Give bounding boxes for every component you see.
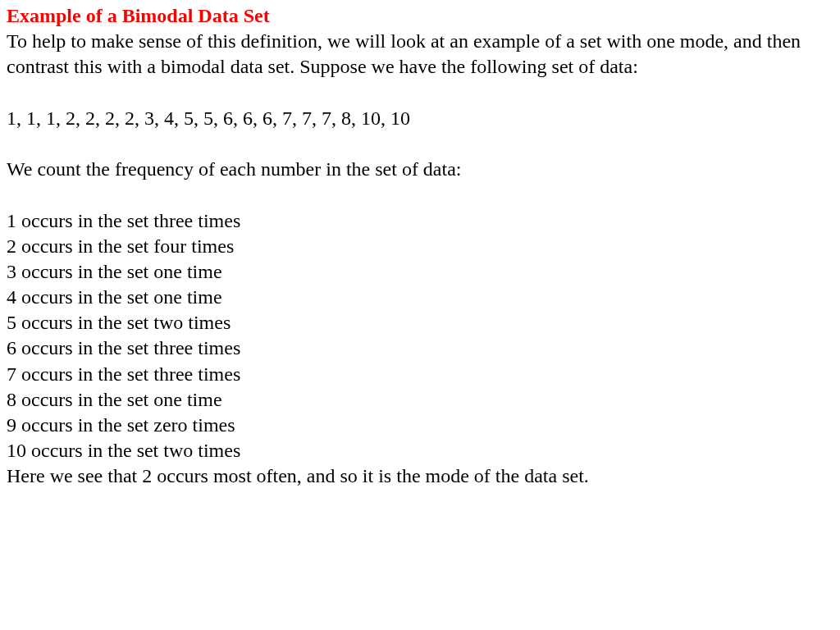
spacer	[7, 182, 833, 208]
frequency-item: 1 occurs in the set three times	[7, 208, 833, 234]
frequency-item: 8 occurs in the set one time	[7, 387, 833, 413]
frequency-item: 10 occurs in the set two times	[7, 438, 833, 463]
frequency-item: 3 occurs in the set one time	[7, 259, 833, 285]
spacer	[7, 131, 833, 157]
frequency-item: 5 occurs in the set two times	[7, 310, 833, 336]
frequency-item: 2 occurs in the set four times	[7, 234, 833, 259]
count-intro: We count the frequency of each number in…	[7, 157, 833, 182]
frequency-list: 1 occurs in the set three times 2 occurs…	[7, 208, 833, 464]
frequency-item: 7 occurs in the set three times	[7, 362, 833, 387]
section-heading: Example of a Bimodal Data Set	[7, 3, 833, 29]
conclusion-line: Here we see that 2 occurs most often, an…	[7, 463, 833, 489]
data-set-line: 1, 1, 1, 2, 2, 2, 2, 3, 4, 5, 5, 6, 6, 6…	[7, 106, 833, 131]
intro-paragraph: To help to make sense of this definition…	[7, 29, 833, 80]
frequency-item: 6 occurs in the set three times	[7, 336, 833, 361]
frequency-item: 4 occurs in the set one time	[7, 285, 833, 310]
spacer	[7, 80, 833, 106]
frequency-item: 9 occurs in the set zero times	[7, 413, 833, 438]
